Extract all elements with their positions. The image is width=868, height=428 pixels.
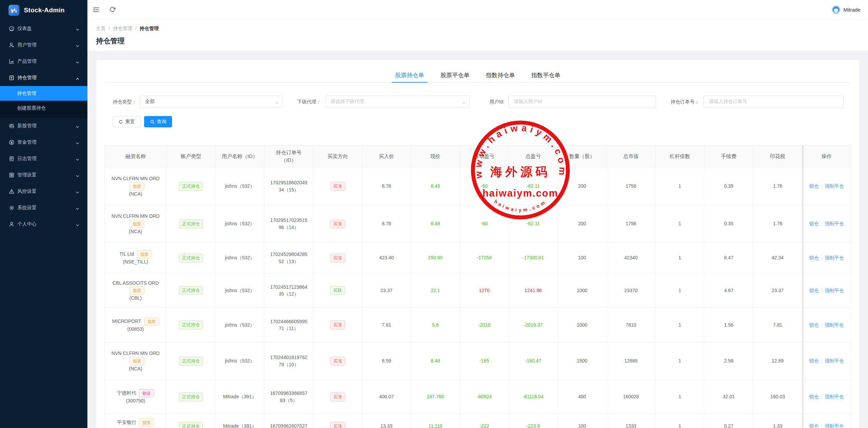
sidebar-item-1[interactable]: 仪表盘	[0, 20, 87, 37]
lock-position-link[interactable]: 锁仓	[809, 288, 819, 293]
breadcrumb: 主页/持仓管理/持仓管理	[96, 26, 860, 32]
collapse-sidebar-icon[interactable]	[92, 6, 100, 13]
order-cell: 1670996336685783（5）	[264, 380, 313, 414]
force-close-link[interactable]: 强制平仓	[825, 221, 844, 226]
force-close-link[interactable]: 强制平仓	[825, 358, 844, 363]
tab-1[interactable]: 股票持仓单	[392, 68, 428, 82]
force-close-link[interactable]: 强制平仓	[825, 423, 844, 428]
stamp-tax-cell: 42.34	[753, 243, 802, 273]
profile-icon	[9, 222, 14, 227]
product-name: NVN CLFRN MN ORD股票	[110, 213, 162, 228]
column-header: 买卖方向	[313, 145, 362, 168]
breadcrumb-item[interactable]: 主页	[96, 26, 106, 31]
force-close-link[interactable]: 强制平仓	[825, 183, 844, 189]
app-logo-icon	[9, 5, 19, 16]
lock-position-link[interactable]: 锁仓	[809, 423, 819, 428]
order-id: 1702440181976279（10）	[269, 354, 308, 368]
user-cell: jishns（532）	[215, 205, 264, 243]
product-name-text: TIL Ltd	[119, 251, 134, 257]
account-type-tag: 正式持仓	[179, 357, 203, 366]
sidebar-item-10[interactable]: 系统设置	[0, 200, 87, 216]
direction-tag: 买涨	[330, 254, 345, 262]
chevron-down-icon	[76, 27, 79, 30]
actions-cell: 锁仓|强制平仓	[802, 380, 851, 414]
sidebar-item-8[interactable]: 管理设置	[0, 167, 87, 183]
refresh-icon[interactable]	[109, 6, 116, 13]
sidebar-item-label: 日志管理	[17, 156, 76, 162]
product-name-text: NVN CLFRN MN ORD	[112, 351, 160, 356]
quantity-cell: 1500	[558, 342, 606, 380]
sidebar-subitem-1[interactable]: 持仓管理	[0, 86, 87, 101]
content-area: 股票持仓单股票平仓单指数持仓单指数平仓单 持仓类型：全部下级代理：请选择下级代理…	[87, 51, 868, 428]
account-cell: 正式持仓	[167, 273, 215, 308]
market-value-cell: 160028	[606, 380, 655, 414]
sidebar-item-3[interactable]: 产品管理	[0, 53, 87, 70]
sidebar-item-label: 管理设置	[17, 172, 76, 178]
chevron-down-icon	[76, 43, 79, 47]
reset-button[interactable]: 重置	[113, 116, 141, 127]
column-header: 操作	[802, 145, 851, 168]
column-header: 浮动盈亏	[460, 145, 509, 168]
product-type-tag: 股票	[137, 250, 152, 258]
main-area: Mitrade 主页/持仓管理/持仓管理 持仓管理 股票持仓单股票平仓单指数持仓…	[87, 0, 868, 428]
sidebar-item-4[interactable]: 持仓管理	[0, 70, 87, 86]
search-button[interactable]: 查询	[144, 116, 172, 127]
lock-position-link[interactable]: 锁仓	[809, 358, 819, 363]
filter-input-4[interactable]: 请输入持仓订单号	[703, 96, 844, 108]
system-icon	[9, 205, 14, 211]
product-code: (300750)	[110, 397, 162, 404]
risk-icon	[9, 189, 14, 194]
product-code: (NCA)	[110, 228, 162, 235]
sidebar-subitem-label: 创建股票持仓	[17, 105, 46, 111]
force-close-link[interactable]: 强制平仓	[825, 255, 844, 260]
lock-position-link[interactable]: 锁仓	[809, 322, 819, 328]
float-pl-cell: 1270	[460, 273, 509, 308]
account-cell: 正式持仓	[167, 205, 215, 243]
lock-position-link[interactable]: 锁仓	[809, 255, 819, 260]
lock-position-link[interactable]: 锁仓	[809, 183, 819, 189]
sidebar-item-5[interactable]: 新股管理	[0, 118, 87, 134]
tab-4[interactable]: 指数平仓单	[528, 68, 564, 82]
product-name: 平安银行股票	[110, 418, 162, 427]
direction-tag: 买涨	[330, 182, 345, 191]
account-cell: 正式持仓	[167, 308, 215, 342]
column-header: 账户类型	[167, 145, 215, 168]
product-type-tag: 股票	[129, 220, 144, 228]
sidebar-item-label: 新股管理	[17, 123, 76, 129]
log-icon	[9, 156, 14, 161]
chevron-up-icon	[76, 76, 79, 80]
breadcrumb-item[interactable]: 持仓管理	[113, 26, 132, 31]
product-name: MICROPORT股票	[110, 317, 162, 326]
current-price-cell: 197.760	[411, 380, 460, 414]
tab-2[interactable]: 股票平仓单	[437, 68, 473, 82]
force-close-link[interactable]: 强制平仓	[825, 288, 844, 293]
force-close-link[interactable]: 强制平仓	[825, 322, 844, 328]
user-menu[interactable]: Mitrade	[832, 0, 860, 19]
sidebar-item-11[interactable]: 个人中心	[0, 216, 87, 232]
filter-label: 持仓订单号：	[96, 96, 699, 108]
total-pl-cell: -223.6	[509, 414, 558, 428]
lock-position-link[interactable]: 锁仓	[809, 221, 819, 226]
lock-position-link[interactable]: 锁仓	[809, 394, 819, 399]
tab-3[interactable]: 指数持仓单	[482, 68, 518, 82]
account-type-tag: 正式持仓	[179, 393, 203, 401]
chevron-down-icon	[76, 60, 79, 63]
column-header: 总盈亏	[509, 145, 558, 168]
stamp-tax-cell: 12.89	[753, 342, 802, 380]
chevron-down-icon	[76, 141, 79, 144]
order-cell: 1702451712386435（12）	[264, 273, 313, 308]
order-id: 1702951860204934（15）	[269, 179, 308, 193]
user-cell: jishns（532）	[215, 168, 264, 205]
position-icon	[9, 75, 14, 81]
sidebar-item-6[interactable]: 资金管理	[0, 134, 87, 151]
user-cell: jishns（532）	[215, 243, 264, 273]
sidebar-subitem-2[interactable]: 创建股票持仓	[0, 101, 87, 115]
sidebar-item-9[interactable]: 风控设置	[0, 183, 87, 200]
sidebar-item-7[interactable]: 日志管理	[0, 151, 87, 167]
actions-cell: 锁仓|强制平仓	[802, 273, 851, 308]
manage-settings-icon	[9, 172, 14, 178]
filter-bar: 持仓类型：全部下级代理：请选择下级代理用户Id:请输入用户Id持仓订单号：请输入…	[96, 96, 859, 108]
order-cell: 1702951702351596（14）	[264, 205, 313, 243]
sidebar-item-2[interactable]: 用户管理	[0, 37, 87, 53]
force-close-link[interactable]: 强制平仓	[825, 394, 844, 399]
